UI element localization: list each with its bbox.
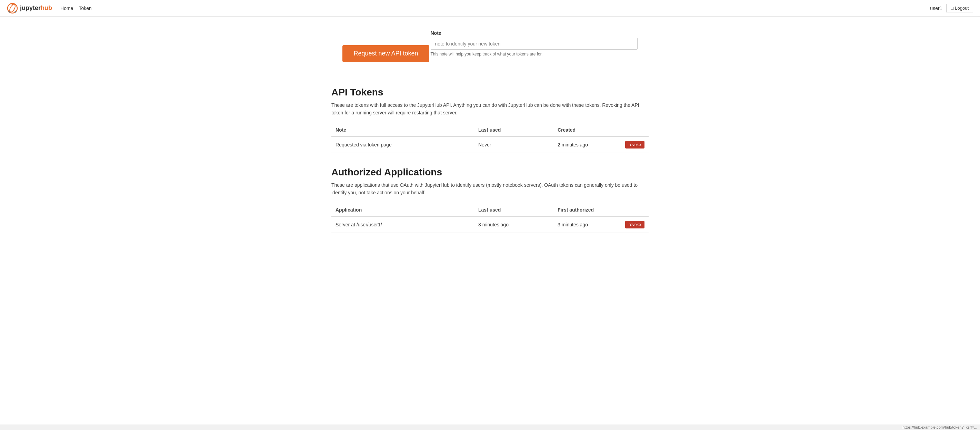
token-note: Requested via token page	[331, 136, 474, 153]
note-form: Note This note will help you keep track …	[431, 30, 638, 57]
app-name: Server at /user/user1/	[331, 216, 474, 233]
th-app-action	[617, 204, 649, 216]
request-section: Request new API token Note This note wil…	[331, 30, 649, 70]
brand-logo-link[interactable]: jupyterhub	[7, 3, 52, 14]
api-tokens-title: API Tokens	[331, 87, 649, 98]
th-application: Application	[331, 204, 474, 216]
th-created: Created	[554, 124, 617, 136]
app-last-used: 3 minutes ago	[474, 216, 554, 233]
th-app-lastused: Last used	[474, 204, 554, 216]
th-action	[617, 124, 649, 136]
authorized-apps-table: Application Last used First authorized S…	[331, 204, 649, 233]
navbar-right: user1 □ Logout	[930, 4, 973, 13]
logout-button[interactable]: □ Logout	[946, 4, 973, 13]
svg-point-4	[9, 11, 10, 13]
svg-point-3	[15, 11, 17, 13]
authorized-apps-thead: Application Last used First authorized	[331, 204, 649, 216]
note-label: Note	[431, 30, 638, 36]
app-first-authorized: 3 minutes ago	[554, 216, 617, 233]
main-content: Request new API token Note This note wil…	[325, 17, 655, 260]
note-input[interactable]	[431, 38, 638, 49]
token-last-used: Never	[474, 136, 554, 153]
jupyter-logo-icon	[7, 3, 18, 14]
logout-icon: □	[951, 5, 953, 11]
revoke-token-button[interactable]: revoke	[625, 141, 644, 149]
username-label: user1	[930, 5, 942, 11]
authorized-apps-desc: These are applications that use OAuth wi…	[331, 181, 649, 197]
table-row: Server at /user/user1/ 3 minutes ago 3 m…	[331, 216, 649, 233]
api-tokens-thead: Note Last used Created	[331, 124, 649, 136]
brand-jupyter-text: jupyter	[20, 5, 41, 12]
api-tokens-table: Note Last used Created Requested via tok…	[331, 124, 649, 153]
th-first-authorized: First authorized	[554, 204, 617, 216]
brand-hub-text: hub	[41, 5, 52, 12]
request-token-button[interactable]: Request new API token	[342, 45, 429, 62]
authorized-apps-section: Authorized Applications These are applic…	[331, 167, 649, 233]
logout-label: Logout	[955, 5, 969, 11]
nav-home[interactable]: Home	[60, 4, 73, 13]
nav-token[interactable]: Token	[79, 4, 91, 13]
api-tokens-tbody: Requested via token page Never 2 minutes…	[331, 136, 649, 153]
authorized-apps-title: Authorized Applications	[331, 167, 649, 178]
note-hint: This note will help you keep track of wh…	[431, 52, 638, 57]
api-tokens-desc: These are tokens with full access to the…	[331, 101, 649, 117]
main-nav: Home Token	[60, 4, 92, 13]
th-note: Note	[331, 124, 474, 136]
table-row: Requested via token page Never 2 minutes…	[331, 136, 649, 153]
revoke-app-button[interactable]: revoke	[625, 221, 644, 228]
th-lastused: Last used	[474, 124, 554, 136]
svg-point-2	[12, 3, 13, 5]
token-action: revoke	[617, 136, 649, 153]
navbar: jupyterhub Home Token user1 □ Logout	[0, 0, 980, 17]
authorized-apps-tbody: Server at /user/user1/ 3 minutes ago 3 m…	[331, 216, 649, 233]
token-created: 2 minutes ago	[554, 136, 617, 153]
api-tokens-section: API Tokens These are tokens with full ac…	[331, 87, 649, 153]
app-action: revoke	[617, 216, 649, 233]
